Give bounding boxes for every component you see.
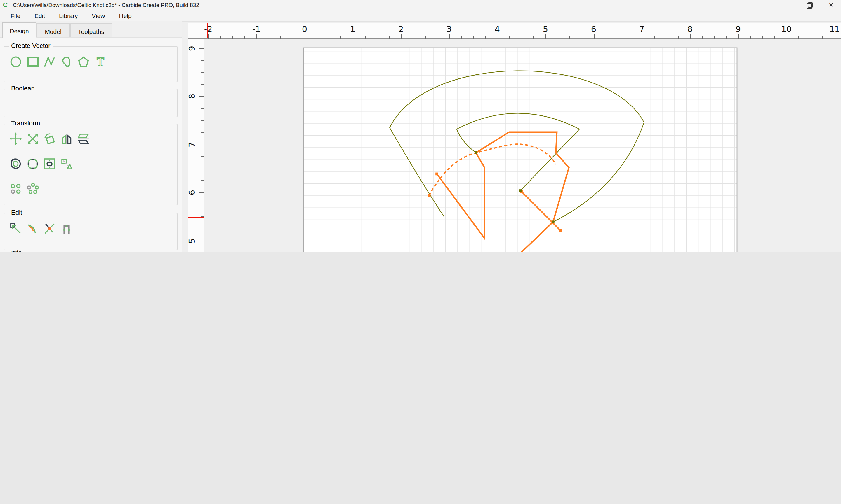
ruler-label-x: 5 (543, 24, 548, 34)
ruler-tick (497, 34, 498, 39)
ruler-label-y: 9 (187, 46, 196, 51)
ruler-label-y: 8 (187, 94, 196, 99)
transform-group: Transform (3, 124, 177, 205)
curve-fit-tool-icon[interactable] (26, 222, 40, 236)
circle-tool-icon[interactable] (9, 55, 23, 69)
ruler-tick (233, 36, 233, 39)
menu-edit[interactable]: Edit (29, 11, 51, 20)
rotate-tool-icon[interactable] (42, 132, 57, 146)
menu-file[interactable]: File (5, 11, 26, 20)
ruler-tick (582, 36, 582, 39)
close-button[interactable]: ✕ (821, 0, 841, 10)
vector-node[interactable] (552, 220, 554, 223)
ruler-tick (201, 60, 204, 61)
mirror-tool-icon[interactable] (59, 132, 73, 146)
application-window: C C:\Users\willa\Downloads\Celtic Knot.c… (0, 0, 841, 252)
ruler-label-x: 3 (446, 24, 452, 34)
minimize-button[interactable] (777, 0, 796, 10)
design-drawing-surface[interactable] (204, 39, 841, 252)
trim-vectors-tool-icon[interactable] (42, 222, 57, 236)
menu-view[interactable]: View (86, 11, 111, 20)
ruler-tick (353, 34, 353, 39)
inset-tool-icon[interactable] (42, 157, 57, 171)
ruler-tick (630, 36, 631, 39)
menu-bar: FileEditLibraryViewHelp (0, 10, 841, 21)
design-canvas-area[interactable]: -2-101234567891011 0123456789 (182, 21, 841, 252)
move-tool-icon[interactable] (9, 132, 23, 146)
vector-node[interactable] (475, 151, 478, 154)
vector-node[interactable] (559, 229, 562, 232)
circular-array-tool-icon[interactable] (26, 182, 40, 196)
info-title: Info (9, 249, 24, 252)
flip-tool-icon[interactable] (76, 132, 90, 146)
menu-library[interactable]: Library (53, 11, 84, 20)
boolean-group: Boolean (3, 89, 177, 117)
design-side-panel: Create Vector T Boolean Transform Edit T… (0, 37, 182, 252)
ruler-tick (509, 36, 510, 39)
ruler-tick (377, 36, 378, 39)
create-vector-group: Create Vector T (3, 46, 177, 82)
ruler-tick (341, 36, 341, 39)
grid-array-tool-icon[interactable] (9, 182, 23, 196)
curve-tool-icon[interactable] (59, 55, 73, 69)
ruler-label-x: 1 (350, 24, 355, 34)
vector-node[interactable] (519, 189, 522, 192)
ruler-tick (201, 229, 204, 229)
ruler-tick (199, 144, 204, 145)
ruler-tick (201, 84, 204, 85)
ruler-tick (702, 36, 703, 39)
tab-toolpaths[interactable]: Toolpaths (70, 23, 112, 38)
scale-tool-icon[interactable] (26, 132, 40, 146)
ruler-tick (799, 36, 799, 39)
ruler-tick (642, 34, 642, 39)
align-tool-icon[interactable] (59, 157, 73, 171)
ruler-tick (811, 36, 811, 39)
round-corner-tool-icon[interactable] (26, 157, 40, 171)
tab-design[interactable]: Design (2, 22, 36, 38)
ruler-label-y: 6 (187, 190, 196, 195)
ruler-tick (329, 36, 329, 39)
horizontal-ruler: -2-101234567891011 (188, 23, 841, 39)
ruler-tick (618, 36, 618, 39)
ruler-tick (201, 168, 204, 169)
ruler-tick (666, 36, 667, 39)
ruler-tick (201, 132, 204, 133)
ruler-tick (244, 36, 245, 39)
ruler-tick (485, 36, 486, 39)
ruler-tick (293, 36, 293, 39)
ruler-tick (201, 121, 204, 121)
maximize-button[interactable] (799, 0, 819, 10)
tab-bar: DesignModelToolpaths (0, 21, 182, 38)
ruler-tick (413, 36, 413, 39)
ruler-tick (786, 34, 787, 39)
ruler-tick (570, 36, 570, 39)
vector-node[interactable] (435, 173, 438, 176)
ruler-corner (188, 23, 204, 39)
polyline-tool-icon[interactable] (42, 55, 57, 69)
ruler-label-x: -1 (252, 24, 260, 34)
polygon-tool-icon[interactable] (76, 55, 90, 69)
ruler-tick (199, 48, 204, 49)
ruler-tick (208, 34, 209, 39)
ruler-tick (389, 36, 390, 39)
ruler-tick (738, 34, 739, 39)
text-tool-icon[interactable]: T (93, 55, 107, 69)
boolean-title: Boolean (9, 85, 37, 92)
menu-help[interactable]: Help (113, 11, 137, 20)
rectangle-tool-icon[interactable] (26, 55, 40, 69)
ruler-tick (654, 36, 654, 39)
ruler-tick (557, 36, 558, 39)
ruler-tick (678, 36, 679, 39)
offset-tool-icon[interactable] (9, 157, 23, 171)
edit-group: Edit (3, 213, 177, 250)
vector-node[interactable] (428, 194, 431, 197)
svg-text:T: T (97, 55, 104, 69)
ruler-tick (750, 36, 751, 39)
tab-model[interactable]: Model (36, 23, 70, 38)
ruler-tick (365, 36, 365, 39)
ruler-tick (437, 36, 438, 39)
ruler-tick (201, 181, 204, 181)
join-vectors-tool-icon[interactable] (59, 222, 73, 236)
ruler-label-y: 7 (187, 142, 196, 147)
node-edit-tool-icon[interactable] (9, 222, 23, 236)
